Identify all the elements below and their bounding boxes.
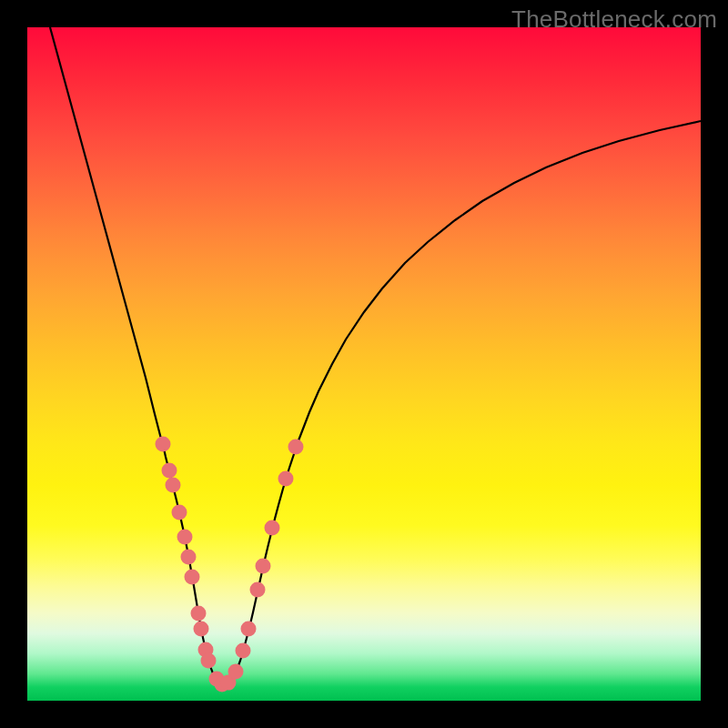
curve-svg	[27, 27, 701, 701]
data-point	[250, 582, 266, 598]
data-point	[241, 622, 257, 637]
chart-container: TheBottleneck.com	[0, 0, 728, 728]
data-point	[177, 530, 193, 545]
data-point	[201, 653, 217, 669]
data-point	[185, 570, 200, 585]
bottleneck-curve	[50, 27, 701, 685]
data-dots	[156, 437, 304, 693]
data-point	[288, 440, 304, 455]
data-point	[236, 643, 251, 659]
plot-area	[27, 27, 701, 701]
data-point	[278, 471, 294, 487]
data-point	[156, 437, 171, 452]
data-point	[228, 664, 244, 680]
data-point	[256, 559, 271, 574]
data-point	[194, 622, 209, 637]
data-point	[172, 505, 187, 521]
data-point	[265, 521, 280, 536]
data-point	[181, 550, 197, 565]
data-point	[166, 478, 181, 493]
watermark-text: TheBottleneck.com	[511, 5, 717, 34]
data-point	[162, 463, 177, 479]
data-point	[191, 606, 207, 622]
